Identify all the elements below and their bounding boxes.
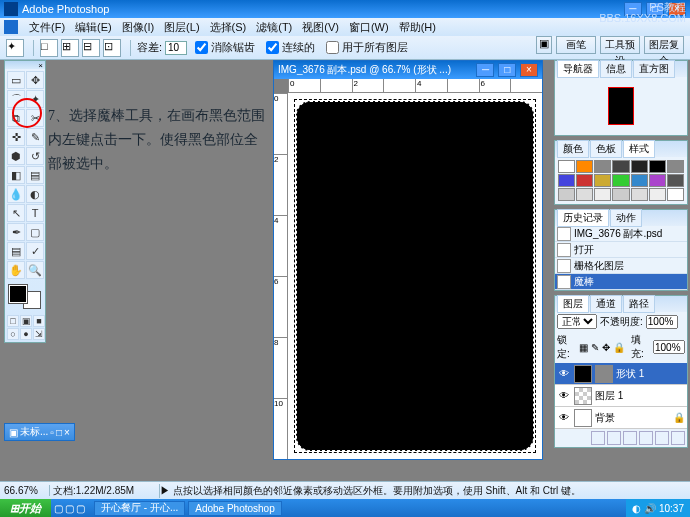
doc-minimize-button[interactable]: ─: [476, 63, 494, 77]
quickmask-on-icon[interactable]: ●: [20, 328, 32, 340]
file-browser-icon[interactable]: ▣: [536, 36, 552, 54]
quickmask-off-icon[interactable]: ○: [7, 328, 19, 340]
zoom-tool-icon[interactable]: 🔍: [26, 261, 44, 279]
doc-close-button[interactable]: ×: [520, 63, 538, 77]
lock-all-icon[interactable]: 🔒: [613, 342, 625, 353]
style-swatch[interactable]: [612, 160, 629, 173]
layer-fx-icon[interactable]: [591, 431, 605, 445]
menu-edit[interactable]: 编辑(E): [75, 20, 112, 35]
tolerance-input[interactable]: [165, 41, 187, 55]
tool-presets-tab[interactable]: 工具预设: [600, 36, 640, 54]
lock-move-icon[interactable]: ✥: [602, 342, 610, 353]
eraser-tool-icon[interactable]: ◧: [7, 166, 25, 184]
layer-row[interactable]: 👁 形状 1: [555, 363, 687, 385]
tab-navigator[interactable]: 导航器: [557, 60, 599, 78]
task-button[interactable]: 开心餐厅 - 开心...: [94, 501, 185, 516]
jump-to-icon[interactable]: ⇲: [33, 328, 45, 340]
menu-layer[interactable]: 图层(L): [164, 20, 199, 35]
style-swatch[interactable]: [631, 188, 648, 201]
tab-history[interactable]: 历史记录: [557, 209, 609, 227]
minimized-doc[interactable]: ▣ 未标... ▫ □ ×: [4, 423, 75, 441]
screenmode-1-icon[interactable]: □: [7, 315, 19, 327]
style-swatch[interactable]: [667, 174, 684, 187]
vis-eye-icon[interactable]: 👁: [557, 390, 571, 401]
layer-trash-icon[interactable]: [671, 431, 685, 445]
blend-mode-select[interactable]: 正常: [557, 314, 597, 329]
style-swatch[interactable]: [649, 188, 666, 201]
screenmode-3-icon[interactable]: ■: [33, 315, 45, 327]
tab-swatches[interactable]: 色板: [590, 140, 622, 158]
notes-tool-icon[interactable]: ▤: [7, 242, 25, 260]
styles-grid[interactable]: [555, 157, 687, 204]
navigator-body[interactable]: [555, 77, 687, 135]
layer-set-icon[interactable]: [623, 431, 637, 445]
crop-tool-icon[interactable]: ⧉: [7, 109, 25, 127]
style-swatch[interactable]: [612, 174, 629, 187]
lock-trans-icon[interactable]: ▦: [579, 342, 588, 353]
lasso-tool-icon[interactable]: ⌒: [7, 90, 25, 108]
menu-filter[interactable]: 滤镜(T): [256, 20, 292, 35]
selmode-int-icon[interactable]: ⊡: [103, 39, 121, 57]
path-tool-icon[interactable]: ↖: [7, 204, 25, 222]
opacity-input[interactable]: [646, 315, 678, 329]
style-swatch[interactable]: [576, 174, 593, 187]
fill-input[interactable]: [653, 340, 685, 354]
tab-paths[interactable]: 路径: [623, 295, 655, 313]
layer-new-icon[interactable]: [655, 431, 669, 445]
menu-file[interactable]: 文件(F): [29, 20, 65, 35]
doc-maximize-button[interactable]: □: [498, 63, 516, 77]
style-swatch[interactable]: [667, 188, 684, 201]
quick-launch-icon[interactable]: ▢: [54, 503, 63, 514]
layer-row[interactable]: 👁 背景 🔒: [555, 407, 687, 429]
style-swatch[interactable]: [576, 160, 593, 173]
move-tool-icon[interactable]: ✥: [26, 71, 44, 89]
current-tool-icon[interactable]: ✦: [6, 39, 24, 57]
eyedropper-icon[interactable]: ✓: [26, 242, 44, 260]
zoom-readout[interactable]: 66.67%: [4, 485, 50, 496]
style-swatch[interactable]: [612, 188, 629, 201]
lock-paint-icon[interactable]: ✎: [591, 342, 599, 353]
pen-tool-icon[interactable]: ✒: [7, 223, 25, 241]
quick-launch-icon[interactable]: ▢: [76, 503, 85, 514]
type-tool-icon[interactable]: T: [26, 204, 44, 222]
blur-tool-icon[interactable]: 💧: [7, 185, 25, 203]
mini-max-icon[interactable]: □: [56, 427, 62, 438]
style-swatch[interactable]: [594, 174, 611, 187]
tab-layers[interactable]: 图层: [557, 295, 589, 313]
tab-styles[interactable]: 样式: [623, 140, 655, 158]
tray-icon[interactable]: ◐: [632, 503, 641, 514]
brush-tool-icon[interactable]: ✎: [26, 128, 44, 146]
marquee-tool-icon[interactable]: ▭: [7, 71, 25, 89]
mini-restore-icon[interactable]: ▫: [50, 427, 54, 438]
style-swatch[interactable]: [594, 188, 611, 201]
tray-icon[interactable]: 🔊: [644, 503, 656, 514]
menu-image[interactable]: 图像(I): [122, 20, 154, 35]
canvas[interactable]: [288, 93, 542, 459]
fg-color[interactable]: [9, 285, 27, 303]
style-swatch[interactable]: [649, 160, 666, 173]
style-swatch[interactable]: [667, 160, 684, 173]
history-brush-icon[interactable]: ↺: [26, 147, 44, 165]
layer-comps-tab[interactable]: 图层复合: [644, 36, 684, 54]
layer-row[interactable]: 👁 图层 1: [555, 385, 687, 407]
gradient-tool-icon[interactable]: ▤: [26, 166, 44, 184]
menu-help[interactable]: 帮助(H): [399, 20, 436, 35]
contiguous-checkbox[interactable]: [266, 41, 279, 54]
selmode-new-icon[interactable]: □: [40, 39, 58, 57]
antialias-checkbox[interactable]: [195, 41, 208, 54]
doc-size-readout[interactable]: 文档:1.22M/2.85M: [50, 484, 160, 498]
style-swatch[interactable]: [558, 160, 575, 173]
layer-adj-icon[interactable]: [639, 431, 653, 445]
menu-window[interactable]: 窗口(W): [349, 20, 389, 35]
history-item[interactable]: 栅格化图层: [555, 258, 687, 274]
style-swatch[interactable]: [576, 188, 593, 201]
style-swatch[interactable]: [558, 188, 575, 201]
start-button[interactable]: ⊞ 开始: [0, 499, 51, 517]
dodge-tool-icon[interactable]: ◐: [26, 185, 44, 203]
style-swatch[interactable]: [558, 174, 575, 187]
heal-tool-icon[interactable]: ✜: [7, 128, 25, 146]
vis-eye-icon[interactable]: 👁: [557, 368, 571, 379]
shape-tool-icon[interactable]: ▢: [26, 223, 44, 241]
doc-titlebar[interactable]: IMG_3676 副本.psd @ 66.7% (形状 ...) ─ □ ×: [274, 61, 542, 79]
menu-view[interactable]: 视图(V): [302, 20, 339, 35]
